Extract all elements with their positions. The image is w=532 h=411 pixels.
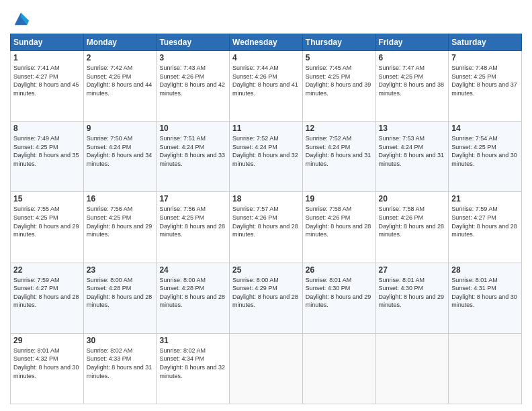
day-number: 5 (306, 53, 373, 62)
cell-info: Sunrise: 7:58 AM Sunset: 4:26 PM Dayligh… (306, 205, 373, 238)
calendar-cell (375, 333, 449, 404)
day-number: 7 (451, 53, 519, 62)
cell-info: Sunrise: 7:59 AM Sunset: 4:27 PM Dayligh… (451, 205, 519, 238)
cell-info: Sunrise: 8:01 AM Sunset: 4:31 PM Dayligh… (451, 276, 519, 310)
calendar-cell: 22Sunrise: 7:59 AM Sunset: 4:27 PM Dayli… (11, 263, 84, 333)
calendar-cell: 21Sunrise: 7:59 AM Sunset: 4:27 PM Dayli… (449, 192, 522, 263)
day-number: 11 (232, 124, 300, 133)
day-number: 29 (13, 336, 81, 345)
day-number: 10 (159, 124, 226, 133)
cell-info: Sunrise: 7:52 AM Sunset: 4:24 PM Dayligh… (232, 134, 300, 168)
cell-info: Sunrise: 8:00 AM Sunset: 4:28 PM Dayligh… (87, 276, 154, 310)
calendar-cell: 4Sunrise: 7:44 AM Sunset: 4:26 PM Daylig… (230, 51, 303, 122)
cell-info: Sunrise: 7:47 AM Sunset: 4:25 PM Dayligh… (379, 64, 446, 97)
weekday-header: Friday (375, 34, 449, 51)
calendar-cell (449, 333, 522, 404)
day-number: 3 (159, 53, 226, 62)
logo (10, 9, 30, 28)
cell-info: Sunrise: 7:49 AM Sunset: 4:25 PM Dayligh… (13, 134, 81, 168)
cell-info: Sunrise: 7:59 AM Sunset: 4:27 PM Dayligh… (13, 276, 81, 310)
cell-info: Sunrise: 8:01 AM Sunset: 4:32 PM Dayligh… (13, 347, 81, 380)
cell-info: Sunrise: 7:58 AM Sunset: 4:26 PM Dayligh… (379, 205, 446, 238)
calendar-cell: 1Sunrise: 7:41 AM Sunset: 4:27 PM Daylig… (11, 51, 84, 122)
calendar-cell: 9Sunrise: 7:50 AM Sunset: 4:24 PM Daylig… (83, 122, 157, 192)
day-number: 19 (306, 194, 373, 203)
calendar-cell: 12Sunrise: 7:52 AM Sunset: 4:24 PM Dayli… (302, 122, 375, 192)
day-number: 9 (87, 124, 154, 133)
day-number: 31 (159, 336, 226, 345)
day-number: 15 (13, 194, 81, 203)
day-number: 16 (87, 194, 154, 203)
day-number: 2 (87, 53, 154, 62)
calendar-cell: 10Sunrise: 7:51 AM Sunset: 4:24 PM Dayli… (157, 122, 230, 192)
day-number: 27 (379, 265, 446, 275)
header (10, 7, 522, 28)
day-number: 8 (13, 124, 81, 133)
day-number: 24 (159, 265, 226, 275)
weekday-header: Saturday (449, 34, 522, 51)
weekday-header: Tuesday (157, 34, 230, 51)
day-number: 25 (232, 265, 300, 275)
day-number: 21 (451, 194, 519, 203)
calendar-cell (302, 333, 375, 404)
cell-info: Sunrise: 7:57 AM Sunset: 4:26 PM Dayligh… (232, 205, 300, 238)
weekday-header: Monday (83, 34, 157, 51)
calendar-cell: 24Sunrise: 8:00 AM Sunset: 4:28 PM Dayli… (157, 263, 230, 333)
cell-info: Sunrise: 7:55 AM Sunset: 4:25 PM Dayligh… (13, 205, 81, 238)
calendar-cell: 25Sunrise: 8:00 AM Sunset: 4:29 PM Dayli… (230, 263, 303, 333)
cell-info: Sunrise: 7:42 AM Sunset: 4:26 PM Dayligh… (87, 64, 154, 97)
weekday-header: Wednesday (230, 34, 303, 51)
cell-info: Sunrise: 7:54 AM Sunset: 4:25 PM Dayligh… (451, 134, 519, 168)
cell-info: Sunrise: 8:01 AM Sunset: 4:30 PM Dayligh… (306, 276, 373, 310)
calendar-cell: 19Sunrise: 7:58 AM Sunset: 4:26 PM Dayli… (302, 192, 375, 263)
cell-info: Sunrise: 8:01 AM Sunset: 4:30 PM Dayligh… (379, 276, 446, 310)
day-number: 26 (306, 265, 373, 275)
day-number: 6 (379, 53, 446, 62)
calendar-cell: 20Sunrise: 7:58 AM Sunset: 4:26 PM Dayli… (375, 192, 449, 263)
cell-info: Sunrise: 7:56 AM Sunset: 4:25 PM Dayligh… (87, 205, 154, 238)
calendar-cell (230, 333, 303, 404)
calendar-cell: 28Sunrise: 8:01 AM Sunset: 4:31 PM Dayli… (449, 263, 522, 333)
calendar-cell: 14Sunrise: 7:54 AM Sunset: 4:25 PM Dayli… (449, 122, 522, 192)
calendar-cell: 27Sunrise: 8:01 AM Sunset: 4:30 PM Dayli… (375, 263, 449, 333)
day-number: 28 (451, 265, 519, 275)
weekday-header: Sunday (11, 34, 84, 51)
day-number: 23 (87, 265, 154, 275)
weekday-header: Thursday (302, 34, 375, 51)
calendar-cell: 17Sunrise: 7:56 AM Sunset: 4:25 PM Dayli… (157, 192, 230, 263)
calendar-cell: 16Sunrise: 7:56 AM Sunset: 4:25 PM Dayli… (83, 192, 157, 263)
day-number: 22 (13, 265, 81, 275)
day-number: 30 (87, 336, 154, 345)
calendar-cell: 23Sunrise: 8:00 AM Sunset: 4:28 PM Dayli… (83, 263, 157, 333)
day-number: 18 (232, 194, 300, 203)
cell-info: Sunrise: 7:44 AM Sunset: 4:26 PM Dayligh… (232, 64, 300, 97)
day-number: 12 (306, 124, 373, 133)
calendar-cell: 3Sunrise: 7:43 AM Sunset: 4:26 PM Daylig… (157, 51, 230, 122)
cell-info: Sunrise: 8:00 AM Sunset: 4:28 PM Dayligh… (159, 276, 226, 310)
cell-info: Sunrise: 7:52 AM Sunset: 4:24 PM Dayligh… (306, 134, 373, 168)
calendar-cell: 11Sunrise: 7:52 AM Sunset: 4:24 PM Dayli… (230, 122, 303, 192)
calendar-table: SundayMondayTuesdayWednesdayThursdayFrid… (10, 34, 522, 404)
cell-info: Sunrise: 8:02 AM Sunset: 4:34 PM Dayligh… (159, 347, 226, 380)
page: SundayMondayTuesdayWednesdayThursdayFrid… (0, 0, 532, 411)
day-number: 17 (159, 194, 226, 203)
calendar-cell: 30Sunrise: 8:02 AM Sunset: 4:33 PM Dayli… (83, 333, 157, 404)
cell-info: Sunrise: 7:51 AM Sunset: 4:24 PM Dayligh… (159, 134, 226, 168)
calendar-cell: 7Sunrise: 7:48 AM Sunset: 4:25 PM Daylig… (449, 51, 522, 122)
calendar-cell: 13Sunrise: 7:53 AM Sunset: 4:24 PM Dayli… (375, 122, 449, 192)
cell-info: Sunrise: 7:48 AM Sunset: 4:25 PM Dayligh… (451, 64, 519, 97)
cell-info: Sunrise: 7:45 AM Sunset: 4:25 PM Dayligh… (306, 64, 373, 97)
day-number: 20 (379, 194, 446, 203)
day-number: 13 (379, 124, 446, 133)
calendar-cell: 6Sunrise: 7:47 AM Sunset: 4:25 PM Daylig… (375, 51, 449, 122)
cell-info: Sunrise: 7:43 AM Sunset: 4:26 PM Dayligh… (159, 64, 226, 97)
cell-info: Sunrise: 7:53 AM Sunset: 4:24 PM Dayligh… (379, 134, 446, 168)
calendar-cell: 5Sunrise: 7:45 AM Sunset: 4:25 PM Daylig… (302, 51, 375, 122)
calendar-cell: 2Sunrise: 7:42 AM Sunset: 4:26 PM Daylig… (83, 51, 157, 122)
calendar-cell: 15Sunrise: 7:55 AM Sunset: 4:25 PM Dayli… (11, 192, 84, 263)
calendar-cell: 31Sunrise: 8:02 AM Sunset: 4:34 PM Dayli… (157, 333, 230, 404)
calendar-cell: 26Sunrise: 8:01 AM Sunset: 4:30 PM Dayli… (302, 263, 375, 333)
logo-icon (11, 9, 30, 28)
cell-info: Sunrise: 7:50 AM Sunset: 4:24 PM Dayligh… (87, 134, 154, 168)
day-number: 4 (232, 53, 300, 62)
